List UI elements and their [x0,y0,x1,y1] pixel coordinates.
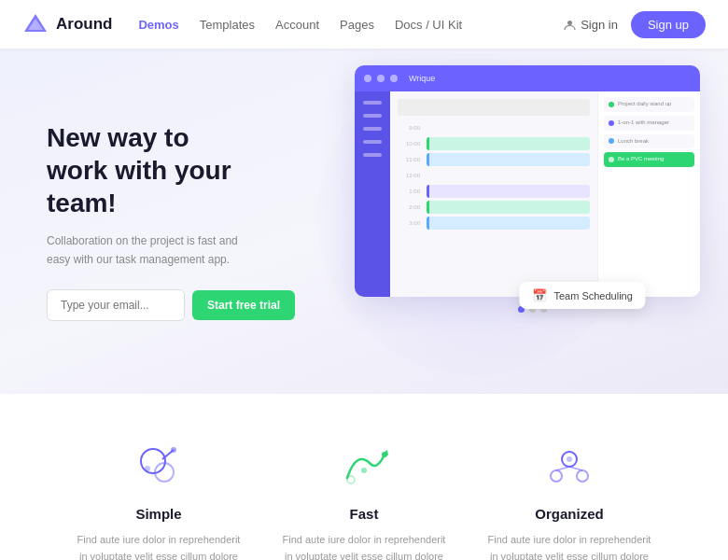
svg-point-9 [347,476,355,483]
svg-point-2 [567,21,572,25]
svg-line-13 [556,467,569,470]
svg-point-3 [141,449,165,473]
sidebar-item-3 [363,127,382,131]
cal-block-purple-1 [427,185,590,198]
sidebar-item-5 [363,153,382,157]
calendar-grid: 9:00 10:00 11:00 12:00 [398,121,590,230]
simple-icon [133,441,185,493]
svg-line-14 [569,467,582,470]
panel-dot-purple [609,120,614,126]
nav-right: Sign in Sign up [564,11,706,38]
user-icon [564,19,576,31]
panel-item-text-1: Project daily stand up [618,101,671,108]
cal-row-2: 10:00 [398,137,590,150]
panel-item-text-4: Be a PVC meeting [618,156,664,163]
titlebar-dot-1 [364,75,371,82]
sidebar-item-4 [363,140,382,144]
cal-row-4: 12:00 [398,169,590,182]
feature-simple: Simple Find aute iure dolor in reprehend… [56,441,261,560]
mockup-panel: Project daily stand up 1-on-1 with manag… [597,91,700,297]
sign-up-button[interactable]: Sign up [631,11,706,38]
navbar: Around Demos Templates Account Pages Doc… [0,0,728,49]
svg-point-11 [551,470,562,482]
cal-time: 3:00 [398,220,424,226]
titlebar-dot-2 [377,75,385,82]
email-input[interactable] [47,289,185,321]
cal-row-1: 9:00 [398,121,590,134]
logo[interactable]: Around [22,11,112,37]
nav-account[interactable]: Account [275,18,319,32]
svg-point-8 [361,468,367,473]
sidebar-item-2 [363,114,382,118]
panel-item-text-2: 1-on-1 with manager [618,119,669,127]
hero-content: New way to work with your team! Collabor… [0,84,299,357]
hero-subtitle: Collaboration on the project is fast and… [47,232,252,268]
feature-organized: Organized Find aute iure dolor in repreh… [467,441,672,560]
panel-item-2: 1-on-1 with manager [604,116,694,131]
cal-block-green-1 [427,137,590,150]
panel-dot-white [609,157,614,162]
cal-time: 1:00 [398,189,424,194]
fast-icon [338,441,390,493]
panel-item-text-3: Lunch break [618,138,649,146]
feature-fast-title: Fast [280,506,448,522]
panel-item-1: Project daily stand up [604,97,694,112]
mockup-sidebar [355,91,390,297]
cal-row-6: 2:00 [398,201,590,214]
mockup-calendar: 9:00 10:00 11:00 12:00 [390,91,597,297]
sign-in-button[interactable]: Sign in [564,18,618,32]
logo-text: Around [56,15,112,34]
titlebar-title: Wrique [409,74,435,83]
scheduling-tooltip: 📅 Team Scheduling [519,282,645,309]
nav-links: Demos Templates Account Pages Docs / UI … [138,18,564,32]
cal-time: 2:00 [398,204,424,210]
cal-block-empty-1 [427,121,590,134]
nav-pages[interactable]: Pages [340,18,374,32]
panel-dot-blue [609,138,614,144]
hero-form: Start free trial [47,289,252,321]
feature-organized-desc: Find aute iure dolor in reprehenderit in… [485,531,653,560]
hero-section: New way to work with your team! Collabor… [0,49,728,394]
mockup-titlebar: Wrique [355,65,700,91]
mockup-body: 9:00 10:00 11:00 12:00 [355,91,700,297]
nav-demos[interactable]: Demos [138,18,178,32]
titlebar-dot-3 [390,75,398,82]
hero-title: New way to work with your team! [47,121,252,219]
svg-point-12 [577,470,588,482]
nav-templates[interactable]: Templates [200,18,255,32]
cal-block-blue-1 [427,153,590,166]
features-section: Simple Find aute iure dolor in reprehend… [0,394,728,560]
cal-time: 10:00 [398,141,424,147]
cal-time: 12:00 [398,173,424,178]
organized-icon [543,441,595,493]
cal-block-empty-2 [427,169,590,182]
nav-docs[interactable]: Docs / UI Kit [395,18,462,32]
calendar-topbar [398,99,590,116]
feature-simple-desc: Find aute iure dolor in reprehenderit in… [75,531,243,560]
calendar-icon: 📅 [532,288,547,302]
cal-row-3: 11:00 [398,153,590,166]
cal-block-blue-2 [427,217,590,230]
feature-organized-title: Organized [485,506,653,522]
panel-dot-green [609,102,614,107]
svg-point-6 [145,466,150,471]
cta-button[interactable]: Start free trial [192,290,295,320]
sidebar-item-1 [363,101,382,105]
logo-icon [22,11,49,37]
mockup-window: Wrique 9:00 [355,65,700,297]
tooltip-label: Team Scheduling [553,290,632,301]
svg-point-15 [567,456,572,462]
cal-row-5: 1:00 [398,185,590,198]
cal-row-7: 3:00 [398,217,590,230]
panel-item-highlight: Be a PVC meeting [604,152,694,167]
cal-block-green-2 [427,201,590,214]
app-mockup: Wrique 9:00 [355,65,709,322]
cal-time: 9:00 [398,125,424,131]
panel-item-3: Lunch break [604,134,694,149]
feature-simple-title: Simple [75,506,243,522]
cal-time: 11:00 [398,157,424,162]
feature-fast-desc: Find aute iure dolor in reprehenderit in… [280,531,448,560]
feature-fast: Fast Find aute iure dolor in reprehender… [261,441,467,560]
svg-point-5 [171,447,176,453]
